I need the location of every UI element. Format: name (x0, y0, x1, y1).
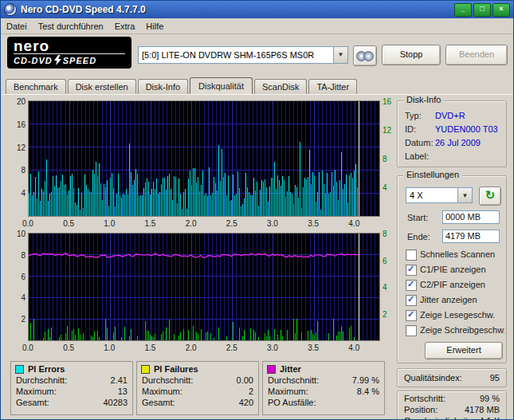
disk-date-label: Datum: (405, 138, 433, 147)
speed-select-value: 4 X (406, 188, 457, 202)
titlebar[interactable]: Nero CD-DVD Speed 4.7.7.0 _ □ × (1, 1, 513, 18)
x-tick-label: 1.0 (104, 219, 115, 228)
stat-value: 8.4 % (357, 387, 379, 396)
pi-failures-panel: PI Failures Durchschnitt:0.00 Maximum:2 … (136, 361, 259, 415)
stat-label: Gesamt: (16, 398, 49, 407)
menu-test-durchfuehren[interactable]: Test durchführen (33, 20, 109, 33)
checkbox-write-speed[interactable]: Zeige Schreibgeschw. (406, 325, 504, 336)
end-input[interactable]: 4179 MB (442, 230, 500, 243)
stat-label: Maximum: (16, 387, 57, 396)
y-tick-label: 16 (383, 97, 391, 106)
lightning-icon (54, 55, 61, 65)
minimize-button[interactable]: _ (454, 3, 472, 17)
logo-speed-text: SPEED (63, 56, 96, 65)
y-tick-label: 16 (17, 120, 26, 129)
checkbox-label: Jitter anzeigen (420, 295, 477, 304)
checkbox-c2-pif[interactable]: C2/PIF anzeigen (406, 280, 504, 291)
disk-id-value: YUDEN000 T03 (435, 124, 498, 134)
checkbox-label: C1/PIE anzeigen (420, 265, 486, 274)
stat-value: 2 (249, 387, 253, 396)
maximize-button[interactable]: □ (473, 3, 491, 17)
pie-chart-x-axis: 0.00.51.01.52.02.53.03.54.0 (28, 219, 382, 229)
drive-select-value: [5:0] LITE-ON DVDRW SHM-165P6S MS0R (139, 47, 333, 63)
pie-chart-right-axis: 481216 (380, 100, 396, 217)
refresh-icon: ↻ (485, 188, 496, 202)
checkbox-fast-scan[interactable]: Schnelles Scannen (406, 249, 504, 261)
chevron-down-icon[interactable]: ▼ (333, 47, 347, 63)
x-tick-label: 2.0 (186, 219, 197, 228)
tab-disk-erstellen[interactable]: Disk erstellen (68, 79, 136, 94)
disc-icon (363, 51, 374, 61)
drive-select[interactable]: [5:0] LITE-ON DVDRW SHM-165P6S MS0R ▼ (138, 46, 348, 64)
jitter-chart-right-axis: 2468 (380, 233, 396, 341)
progress-box: Fortschritt:99 % Position:4178 MB Geschw… (397, 391, 507, 420)
jitter-chart-left-axis: 246810 (6, 233, 28, 341)
y-tick-label: 20 (17, 97, 26, 106)
quality-index-box: Qualitätsindex: 95 (397, 368, 507, 387)
advanced-button[interactable]: Erweitert (425, 342, 503, 359)
quality-index-value: 95 (490, 373, 500, 383)
jitter-panel: Jitter Durchschnitt:7.99 % Maximum:8.4 %… (262, 361, 385, 415)
stat-label: Gesamt: (142, 398, 175, 407)
stat-value: 0.00 (237, 375, 253, 385)
window-title: Nero CD-DVD Speed 4.7.7.0 (21, 4, 454, 15)
y-tick-label: 8 (21, 166, 26, 175)
checkbox-c1-pie[interactable]: C1/PIE anzeigen (406, 265, 504, 276)
disk-id-label: ID: (405, 124, 416, 134)
disc-tray-button[interactable] (353, 45, 377, 66)
stop-button[interactable]: Stopp (382, 45, 441, 65)
chevron-down-icon[interactable]: ▼ (457, 188, 472, 202)
checkbox-jitter[interactable]: Jitter anzeigen (406, 295, 504, 306)
position-value: 4178 MB (465, 405, 500, 414)
pi-errors-title: PI Errors (28, 364, 65, 374)
stat-label: Maximum: (268, 387, 308, 396)
y-tick-label: 6 (383, 257, 387, 265)
y-tick-label: 4 (21, 293, 26, 302)
tab-scandisk[interactable]: ScanDisk (254, 79, 307, 94)
checkbox-icon[interactable] (406, 265, 417, 276)
checkbox-icon[interactable] (406, 249, 417, 261)
checkbox-icon[interactable] (406, 310, 417, 321)
progress-label: Fortschritt: (404, 394, 445, 403)
disk-type-value: DVD+R (435, 111, 465, 120)
start-label: Start: (407, 213, 428, 222)
disk-info-group-title: Disk-Info (403, 95, 444, 104)
checkbox-icon[interactable] (406, 280, 417, 291)
menu-extra[interactable]: Extra (109, 20, 141, 33)
y-tick-label: 8 (383, 155, 387, 163)
menu-datei[interactable]: Datei (1, 20, 33, 33)
speed-select[interactable]: 4 X ▼ (406, 187, 473, 203)
close-button[interactable]: × (492, 3, 510, 17)
jitter-swatch (267, 365, 276, 374)
tab-benchmark[interactable]: Benchmark (6, 79, 66, 94)
tab-disk-info[interactable]: Disk-Info (138, 79, 188, 94)
x-tick-label: 1.0 (104, 343, 115, 352)
tab-diskqualitaet[interactable]: Diskqualität (190, 77, 253, 94)
x-tick-label: 2.5 (226, 343, 237, 352)
disk-type-label: Typ: (405, 111, 422, 120)
speed-label: Geschwindigkeit: (404, 416, 470, 420)
speed-value: 4.1 X (479, 416, 500, 420)
stat-value: 40283 (103, 398, 128, 407)
start-input[interactable]: 0000 MB (442, 210, 500, 224)
stat-value: 2.41 (111, 375, 128, 385)
checkbox-icon[interactable] (406, 325, 417, 336)
y-tick-label: 8 (383, 230, 387, 238)
checkbox-read-speed[interactable]: Zeige Lesegeschw. (406, 310, 504, 321)
checkbox-icon[interactable] (406, 295, 417, 306)
y-tick-label: 8 (21, 251, 26, 260)
app-window: Nero CD-DVD Speed 4.7.7.0 _ □ × Datei Te… (0, 0, 514, 420)
exit-button[interactable]: Beenden (445, 45, 508, 65)
x-tick-label: 2.5 (226, 219, 237, 228)
tab-strip: Benchmark Disk erstellen Disk-Info Diskq… (6, 76, 359, 94)
x-tick-label: 3.0 (267, 219, 278, 228)
y-tick-label: 4 (383, 183, 387, 192)
y-tick-label: 12 (383, 126, 391, 135)
tab-ta-jitter[interactable]: TA-Jitter (308, 79, 357, 94)
x-tick-label: 0.0 (22, 343, 33, 352)
pi-failures-title: PI Failures (154, 364, 198, 374)
refresh-button[interactable]: ↻ (479, 186, 501, 206)
x-tick-label: 0.5 (63, 219, 74, 228)
menu-hilfe[interactable]: Hilfe (140, 20, 169, 33)
nero-logo: nero CD-DVD SPEED (7, 37, 131, 69)
